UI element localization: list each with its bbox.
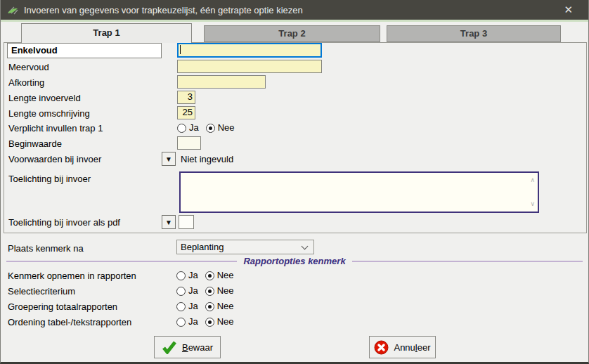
tab-trap-3[interactable]: Trap 3 (387, 25, 561, 42)
lengte-omschrijving-label: Lengte omschrijving (8, 107, 90, 121)
voorwaarden-status: Niet ingevuld (181, 152, 233, 167)
section-title: Rapportopties kenmerk (243, 256, 345, 266)
ordening-radio-nee-label: Nee (217, 315, 234, 329)
dropdown-arrow-icon: ▼ (165, 219, 172, 226)
cancel-x-icon (374, 340, 389, 355)
enkelvoud-input[interactable] (177, 43, 322, 58)
voorwaarden-label: Voorwaarden bij invoer (8, 152, 101, 167)
beginwaarde-input[interactable] (177, 136, 201, 150)
titlebar: Invoeren van gegevens voor trapkeuzelijs… (1, 0, 588, 20)
cancel-button[interactable]: Annuleer (369, 336, 436, 358)
cancel-button-label: Annuleer (394, 342, 430, 353)
ordening-radio-ja[interactable] (176, 318, 186, 327)
ordening-radiogroup: Ja Nee (176, 315, 234, 329)
plaats-kenmerk-select[interactable]: Beplanting (176, 240, 314, 254)
lengte-omschrijving-input[interactable]: 25 (177, 106, 195, 119)
groepering-radio-nee[interactable] (205, 302, 214, 311)
verplicht-radio-ja-label: Ja (189, 121, 199, 135)
verplicht-radio-nee[interactable] (206, 124, 215, 133)
tab-trap-1[interactable]: Trap 1 (21, 23, 192, 43)
plaats-kenmerk-value: Beplanting (181, 242, 224, 252)
scroll-down-icon[interactable]: ∨ (530, 201, 535, 207)
verplicht-radio-ja[interactable] (177, 124, 186, 133)
groepering-radio-ja-label: Ja (188, 299, 198, 313)
rapporten-radio-ja-label: Ja (188, 268, 198, 282)
ordening-radio-ja-label: Ja (188, 315, 198, 329)
afkorting-input[interactable] (177, 75, 266, 89)
plant-sprout-icon (6, 5, 19, 15)
rapport-optie-label: Ordening tabel-/tekstrapporten (8, 316, 131, 330)
dialog-window: Invoeren van gegevens voor trapkeuzelijs… (0, 0, 589, 364)
toelichting-pdf-dropdown-button[interactable]: ▼ (162, 215, 176, 229)
voorwaarden-dropdown-button[interactable]: ▼ (162, 152, 176, 166)
enkelvoud-label: Enkelvoud (7, 43, 162, 58)
selectiecriterium-radio-ja-label: Ja (188, 284, 198, 298)
titlebar-accent-strip (1, 20, 588, 22)
rapporten-radio-nee[interactable] (205, 271, 214, 280)
toelichting-pdf-input[interactable] (179, 215, 194, 229)
save-button-label: Bewaar (182, 342, 213, 353)
toelichting-label: Toelichting bij invoer (8, 172, 91, 186)
checkmark-icon (162, 341, 177, 354)
section-separator: Rapportopties kenmerk (6, 256, 583, 266)
close-icon[interactable]: ✕ (554, 0, 583, 20)
selectiecriterium-radiogroup: Ja Nee (176, 284, 234, 298)
scroll-up-icon[interactable]: ∧ (530, 177, 535, 183)
save-button[interactable]: Bewaar (154, 336, 221, 358)
meervoud-label: Meervoud (8, 60, 49, 74)
chevron-down-icon (302, 243, 309, 250)
toelichting-textarea[interactable]: ∧ ∨ (179, 171, 539, 213)
rapport-optie-label: Selectiecriterium (8, 285, 75, 299)
rapport-optie-label: Groepering totaalrapporten (8, 300, 117, 314)
verplicht-label: Verplicht invullen trap 1 (8, 122, 103, 136)
separator-line (352, 261, 583, 262)
groepering-radiogroup: Ja Nee (176, 299, 234, 313)
tab-trap-2[interactable]: Trap 2 (204, 25, 380, 42)
lengte-invoerveld-input[interactable]: 3 (177, 91, 195, 104)
selectiecriterium-radio-ja[interactable] (176, 287, 186, 296)
verplicht-radio-nee-label: Nee (218, 121, 235, 135)
rapporten-radiogroup: Ja Nee (176, 268, 234, 282)
ordening-radio-nee[interactable] (205, 318, 214, 327)
selectiecriterium-radio-nee-label: Nee (217, 284, 234, 298)
verplicht-radiogroup: Ja Nee (177, 121, 235, 135)
rapporten-radio-nee-label: Nee (217, 268, 234, 282)
toelichting-pdf-label: Toelichting bij invoer als pdf (8, 216, 120, 230)
lengte-invoerveld-label: Lengte invoerveld (8, 91, 81, 105)
selectiecriterium-radio-nee[interactable] (205, 287, 214, 296)
groepering-radio-ja[interactable] (176, 302, 186, 311)
beginwaarde-label: Beginwaarde (8, 137, 62, 151)
separator-line (6, 261, 237, 262)
plaats-kenmerk-label: Plaats kenmerk na (8, 242, 84, 256)
meervoud-input[interactable] (177, 60, 322, 73)
tab-panel-trap-1: Enkelvoud Meervoud Afkorting Lengte invo… (4, 42, 587, 233)
window-title: Invoeren van gegevens voor trapkeuzelijs… (24, 5, 554, 15)
text-caret (180, 45, 181, 54)
dropdown-arrow-icon: ▼ (165, 155, 172, 163)
rapporten-radio-ja[interactable] (176, 271, 186, 280)
rapport-optie-label: Kenmerk opnemen in rapporten (8, 269, 136, 283)
afkorting-label: Afkorting (8, 76, 44, 90)
groepering-radio-nee-label: Nee (217, 299, 234, 313)
